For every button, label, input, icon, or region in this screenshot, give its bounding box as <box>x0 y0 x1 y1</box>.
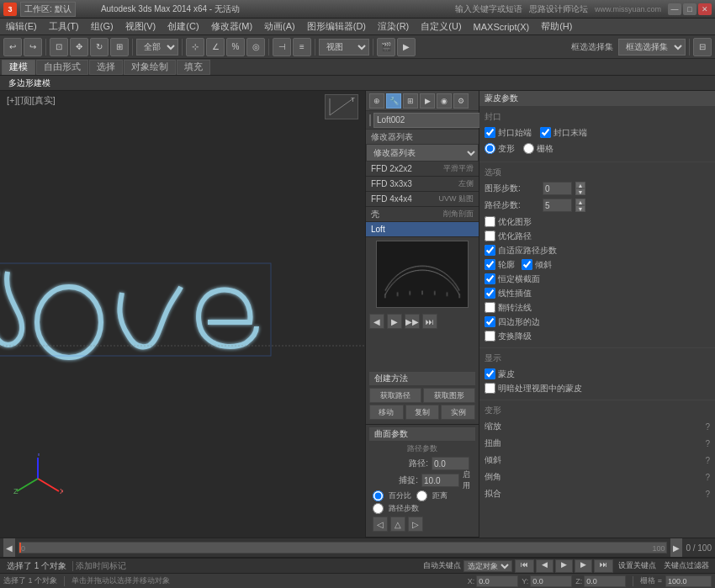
end-btn[interactable]: ⏭ <box>594 559 613 573</box>
loft-nav-play[interactable]: ▶ <box>387 314 402 329</box>
contour-cb[interactable] <box>485 259 495 270</box>
move-button[interactable]: ✥ <box>70 38 88 56</box>
rotate-button[interactable]: ↻ <box>90 38 109 56</box>
instance-btn[interactable]: 实例 <box>441 405 475 420</box>
render-btn[interactable]: ▶ <box>397 38 416 56</box>
undo-button[interactable]: ↩ <box>3 38 22 56</box>
path-steps-up[interactable]: ▲ <box>575 199 585 205</box>
optimize-path-cb[interactable] <box>485 230 495 241</box>
shaded-skin-cb[interactable] <box>485 383 495 394</box>
snap-input[interactable] <box>421 474 459 487</box>
modify-panel-btn[interactable]: 🔧 <box>386 93 401 109</box>
get-path-btn[interactable]: 获取路径 <box>369 388 421 403</box>
menu-customize[interactable]: 自定义(U) <box>418 20 463 33</box>
scale-button[interactable]: ⊞ <box>110 38 129 56</box>
add-time-tag[interactable]: 添加时间标记 <box>76 560 421 572</box>
linear-interpolation-cb[interactable] <box>485 288 495 299</box>
loft-nav-next[interactable]: ▶▶ <box>405 314 420 329</box>
tab-object-paint[interactable]: 对象绘制 <box>124 60 176 75</box>
grid-input[interactable] <box>665 575 712 587</box>
constant-cross-section-cb[interactable] <box>485 273 495 284</box>
mod-item-ffd333[interactable]: FFD 3x3x3 左侧 <box>366 177 479 192</box>
copy-btn[interactable]: 复制 <box>405 405 440 420</box>
close-button[interactable]: ✕ <box>698 3 712 15</box>
loft-nav-end[interactable]: ⏭ <box>422 314 437 329</box>
maximize-button[interactable]: □ <box>683 3 696 15</box>
cap-end-cb[interactable] <box>540 127 551 138</box>
filter-combo[interactable]: 全部 <box>136 39 178 56</box>
path-nav-2[interactable]: △ <box>390 516 405 532</box>
optimize-shape-cb[interactable] <box>485 216 495 227</box>
tab-freeform[interactable]: 自由形式 <box>36 60 88 75</box>
set-key-btn[interactable]: 设置关键点 <box>616 560 659 571</box>
menu-create[interactable]: 创建(C) <box>165 20 201 33</box>
utils-panel-btn[interactable]: ⚙ <box>453 93 469 109</box>
select-button[interactable]: ⊡ <box>50 38 68 56</box>
view-combo[interactable]: 视图 <box>319 39 369 56</box>
timeline-prev[interactable]: ◀ <box>3 538 15 557</box>
path-steps-input[interactable] <box>543 199 572 212</box>
get-shape-btn[interactable]: 获取图形 <box>423 388 475 403</box>
sub-tab-poly[interactable]: 多边形建模 <box>3 77 56 89</box>
modifier-list-combo[interactable]: 修改器列表 <box>366 145 479 162</box>
z-coord-input[interactable] <box>584 575 626 587</box>
menu-help[interactable]: 帮助(H) <box>538 20 575 33</box>
viewport[interactable]: [+][顶][真实] T <box>0 91 366 538</box>
mod-item-ffd444[interactable]: FFD 4x4x4 UVW 贴图 <box>366 192 479 207</box>
display-panel-btn[interactable]: ◉ <box>437 93 452 109</box>
menu-animation[interactable]: 动画(A) <box>262 20 298 33</box>
skin-params-title[interactable]: 蒙皮参数 <box>479 91 715 106</box>
menu-modifiers[interactable]: 修改器(M) <box>209 20 256 33</box>
adaptive-path-cb[interactable] <box>485 245 495 256</box>
menu-render[interactable]: 渲染(R) <box>375 20 411 33</box>
hierarchy-panel-btn[interactable]: ⊞ <box>403 93 418 109</box>
render-setup-btn[interactable]: 🎬 <box>377 38 395 56</box>
menu-group[interactable]: 组(G) <box>88 20 116 33</box>
move-btn[interactable]: 移动 <box>369 405 404 420</box>
flip-normals-cb[interactable] <box>485 302 495 313</box>
prev-frame-btn[interactable]: ◀ <box>536 559 553 573</box>
mod-item-shell[interactable]: 壳 削角剖面 <box>366 207 479 222</box>
tab-populate[interactable]: 填充 <box>177 60 210 75</box>
layers-btn[interactable]: ⊟ <box>693 38 712 56</box>
menu-tools[interactable]: 工具(T) <box>46 20 82 33</box>
align-btn[interactable]: ≡ <box>293 38 311 56</box>
minimize-button[interactable]: — <box>668 3 681 15</box>
shape-steps-down[interactable]: ▼ <box>575 188 585 195</box>
percent-radio[interactable] <box>373 490 384 501</box>
percent-snap-btn[interactable]: % <box>226 38 245 56</box>
menu-maxscript[interactable]: MAXScript(X) <box>471 22 532 32</box>
object-name-input[interactable] <box>373 113 487 128</box>
menu-edit[interactable]: 编辑(E) <box>3 20 40 33</box>
create-panel-btn[interactable]: ⊕ <box>369 93 384 109</box>
path-steps-down[interactable]: ▼ <box>575 205 585 212</box>
quad-sides-cb[interactable] <box>485 316 495 327</box>
cap-morph-radio[interactable] <box>485 143 495 154</box>
redo-button[interactable]: ↪ <box>24 38 42 56</box>
shape-steps-input[interactable] <box>543 182 572 195</box>
y-coord-input[interactable] <box>530 575 572 587</box>
transform-degrade-cb[interactable] <box>485 331 495 342</box>
selection-combo[interactable]: 框选选择集 <box>618 39 686 56</box>
timeline-bar[interactable]: 0 100 <box>19 542 667 554</box>
timeline-next[interactable]: ▶ <box>670 538 682 557</box>
mirror-btn[interactable]: ⊣ <box>273 38 291 56</box>
tab-select[interactable]: 选择 <box>89 60 123 75</box>
menu-view[interactable]: 视图(V) <box>123 20 159 33</box>
snap-btn[interactable]: ⊹ <box>186 38 204 56</box>
banking-cb[interactable] <box>522 259 532 270</box>
mod-item-ffd222[interactable]: FFD 2x2x2 平滑平滑 <box>366 162 479 177</box>
path-steps-radio[interactable] <box>373 503 384 514</box>
path-nav-1[interactable]: ◁ <box>373 516 388 532</box>
shape-steps-up[interactable]: ▲ <box>575 182 585 188</box>
next-frame-btn[interactable]: ▶ <box>575 559 592 573</box>
cap-start-cb[interactable] <box>485 127 495 138</box>
object-color-swatch[interactable] <box>369 114 371 126</box>
auto-key-select[interactable]: 选定对象 <box>463 560 512 572</box>
spinner-snap-btn[interactable]: ◎ <box>246 38 265 56</box>
skin-cb[interactable] <box>485 368 495 379</box>
path-nav-3[interactable]: ▷ <box>408 516 423 532</box>
distance-radio[interactable] <box>416 490 427 501</box>
key-filter-btn[interactable]: 关键点过滤器 <box>661 560 712 571</box>
tab-modeling[interactable]: 建模 <box>2 60 35 75</box>
